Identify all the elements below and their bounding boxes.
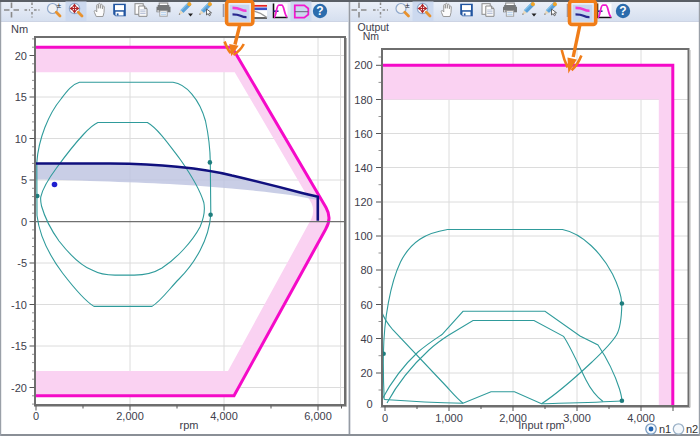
svg-text:100: 100 xyxy=(354,230,372,242)
svg-text:-15: -15 xyxy=(11,340,27,352)
svg-text:10: 10 xyxy=(15,133,27,145)
svg-text:6,000: 6,000 xyxy=(304,410,332,422)
svg-text:200: 200 xyxy=(354,59,372,71)
svg-text:15: 15 xyxy=(15,91,27,103)
svg-text:80: 80 xyxy=(360,264,372,276)
svg-text:Input rpm: Input rpm xyxy=(518,419,564,431)
svg-text:0: 0 xyxy=(21,216,27,228)
svg-text:Nm: Nm xyxy=(11,23,28,35)
svg-text:1,000: 1,000 xyxy=(435,412,463,424)
svg-text:5: 5 xyxy=(21,174,27,186)
svg-text:rpm: rpm xyxy=(180,419,199,431)
svg-text:0: 0 xyxy=(33,410,39,422)
svg-text:0: 0 xyxy=(382,412,388,424)
svg-text:-5: -5 xyxy=(17,257,27,269)
svg-text:n1: n1 xyxy=(659,423,671,435)
svg-text:40: 40 xyxy=(360,333,372,345)
svg-text:-20: -20 xyxy=(11,382,27,394)
svg-text:n2: n2 xyxy=(686,423,698,435)
svg-text:2,000: 2,000 xyxy=(116,410,144,422)
svg-text:180: 180 xyxy=(354,94,372,106)
svg-text:4,000: 4,000 xyxy=(627,412,655,424)
svg-text:-10: -10 xyxy=(11,299,27,311)
svg-text:3,000: 3,000 xyxy=(563,412,591,424)
svg-text:0: 0 xyxy=(367,398,373,410)
svg-text:Nm: Nm xyxy=(363,30,380,42)
svg-text:20: 20 xyxy=(15,50,27,62)
svg-text:140: 140 xyxy=(354,162,372,174)
svg-text:160: 160 xyxy=(354,128,372,140)
svg-text:4,000: 4,000 xyxy=(210,410,238,422)
svg-text:60: 60 xyxy=(360,299,372,311)
svg-text:120: 120 xyxy=(354,196,372,208)
svg-text:20: 20 xyxy=(360,367,372,379)
